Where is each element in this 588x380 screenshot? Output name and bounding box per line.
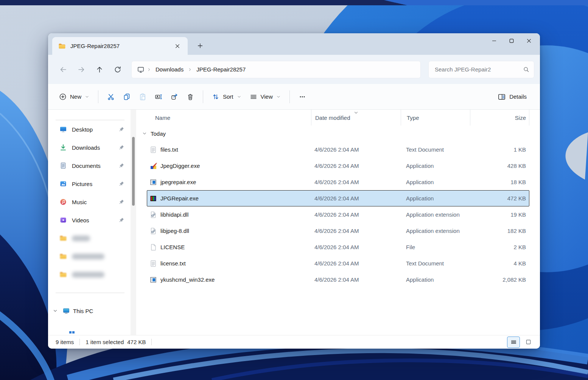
sidebar-item-this-pc[interactable]: This PC <box>48 302 131 320</box>
group-header-today[interactable]: Today <box>136 126 529 141</box>
file-date: 4/6/2026 2:04 AM <box>311 191 400 206</box>
pin-icon <box>118 181 124 187</box>
status-separator <box>79 339 80 345</box>
sidebar-scrollbar[interactable] <box>131 110 136 335</box>
sidebar-item-redacted-folder[interactable] <box>48 265 131 284</box>
details-label: Details <box>509 93 527 100</box>
file-row-jpegrepair-exe[interactable]: jpegrepair.exe 4/6/2026 2:04 AM Applicat… <box>147 174 529 190</box>
back-button[interactable] <box>56 62 71 77</box>
sidebar-item-redacted-folder[interactable] <box>48 247 131 265</box>
tab-jpeg-repair28257[interactable]: JPEG-Repair28257 <box>52 37 188 55</box>
sidebar-item-downloads[interactable]: Downloads <box>48 138 131 157</box>
text-file-icon <box>149 146 157 154</box>
file-name: JPGRepair.exe <box>160 195 199 202</box>
dll-file-icon <box>149 211 157 219</box>
copy-button[interactable] <box>119 90 135 104</box>
close-icon <box>175 44 180 48</box>
view-label: View <box>261 93 273 100</box>
downloads-icon <box>59 144 67 151</box>
details-pane-button[interactable]: Details <box>493 89 531 104</box>
file-date: 4/6/2026 2:04 AM <box>311 207 400 222</box>
breadcrumb: Downloads JPEG-Repair28257 <box>131 61 421 78</box>
paste-button-disabled[interactable] <box>135 90 151 104</box>
main-area: Desktop Downloads Documents Pictures <box>48 110 540 335</box>
column-header-date-modified[interactable]: Date modified <box>311 110 401 126</box>
chevron-down-icon[interactable] <box>53 308 58 313</box>
new-button[interactable]: New <box>55 90 93 104</box>
breadcrumb-current-folder[interactable]: JPEG-Repair28257 <box>193 64 249 74</box>
sidebar-item-pictures[interactable]: Pictures <box>48 175 131 193</box>
sidebar-item-label: This PC <box>73 308 124 314</box>
sidebar-item-label: Pictures <box>72 181 113 187</box>
file-row-jpegdigger-exe[interactable]: JpegDigger.exe 4/6/2026 2:04 AM Applicat… <box>147 158 529 174</box>
maximize-icon <box>509 39 514 43</box>
file-row-license[interactable]: LICENSE 4/6/2026 2:04 AM File 2 KB <box>147 239 529 255</box>
sort-button[interactable]: Sort <box>208 90 246 104</box>
file-name: libhidapi.dll <box>160 211 188 218</box>
file-row-libjpeg-8-dll[interactable]: libjpeg-8.dll 4/6/2026 2:04 AM Applicati… <box>147 223 529 239</box>
this-pc-icon <box>62 307 70 315</box>
column-header-type[interactable]: Type <box>401 110 470 126</box>
copy-icon <box>123 93 131 101</box>
file-type: Application <box>400 174 470 190</box>
tab-bar: JPEG-Repair28257 <box>48 33 540 55</box>
new-tab-button[interactable] <box>194 40 206 52</box>
close-button[interactable] <box>520 33 538 48</box>
sidebar-item-documents[interactable]: Documents <box>48 157 131 175</box>
file-row-jpgrepair-exe-selected[interactable]: JPGRepair.exe 4/6/2026 2:04 AM Applicati… <box>147 190 529 206</box>
search-icon[interactable] <box>523 66 529 73</box>
large-icons-view-toggle[interactable] <box>522 337 535 348</box>
pin-icon <box>118 126 124 133</box>
circled-plus-icon <box>59 93 67 101</box>
file-type: Application extension <box>400 223 470 239</box>
file-list-area: Name Date modified Type Size Today files… <box>136 110 540 335</box>
minimize-button[interactable] <box>485 33 503 48</box>
refresh-icon <box>114 66 121 73</box>
delete-button[interactable] <box>182 90 198 104</box>
tab-close-button[interactable] <box>172 40 183 52</box>
sidebar-divider <box>56 293 124 293</box>
view-button[interactable]: View <box>246 90 285 104</box>
breadcrumb-downloads[interactable]: Downloads <box>152 64 187 74</box>
sidebar-item-music[interactable]: Music <box>48 193 131 211</box>
sidebar-item-desktop[interactable]: Desktop <box>48 120 131 138</box>
forward-arrow-icon <box>78 66 85 73</box>
more-options-button[interactable] <box>294 90 310 104</box>
folder-icon <box>59 271 67 278</box>
column-header-size[interactable]: Size <box>470 110 529 126</box>
search-input[interactable] <box>435 66 523 73</box>
scrollbar-thumb[interactable] <box>132 137 135 206</box>
file-row-ykushcmd-win32-exe[interactable]: ykushcmd_win32.exe 4/6/2026 2:04 AM Appl… <box>147 271 529 288</box>
sort-label: Sort <box>223 93 233 100</box>
details-view-toggle[interactable] <box>507 337 520 348</box>
cut-button[interactable] <box>103 90 119 104</box>
file-size: 428 KB <box>470 158 529 174</box>
file-explorer-window: JPEG-Repair28257 Downl <box>48 33 540 349</box>
toolbar-separator <box>203 90 203 103</box>
forward-button[interactable] <box>74 62 89 77</box>
sidebar-item-redacted-folder[interactable] <box>48 229 131 247</box>
maximize-button[interactable] <box>503 33 520 48</box>
sidebar-item-label: Downloads <box>72 144 113 151</box>
file-size: 2,082 KB <box>470 272 529 287</box>
sidebar-item-videos[interactable]: Videos <box>48 211 131 229</box>
pin-icon <box>118 217 124 223</box>
file-name: license.txt <box>160 260 186 267</box>
folder-icon <box>59 253 67 260</box>
jpegdigger-app-icon <box>149 162 157 170</box>
chevron-down-icon <box>237 95 241 99</box>
refresh-button[interactable] <box>110 62 125 77</box>
folder-icon <box>59 234 67 242</box>
dll-file-icon <box>149 227 157 235</box>
up-button[interactable] <box>92 62 107 77</box>
window-controls <box>485 33 538 51</box>
cut-scissors-icon <box>107 93 115 101</box>
file-row-files-txt[interactable]: files.txt 4/6/2026 2:04 AM Text Document… <box>147 141 529 158</box>
file-row-libhidapi-dll[interactable]: libhidapi.dll 4/6/2026 2:04 AM Applicati… <box>147 206 529 223</box>
this-pc-monitor-icon[interactable] <box>137 66 145 73</box>
column-header-name[interactable]: Name <box>136 110 311 126</box>
file-row-license-txt[interactable]: license.txt 4/6/2026 2:04 AM Text Docume… <box>147 255 529 271</box>
trash-icon <box>187 93 194 101</box>
share-button[interactable] <box>166 90 182 104</box>
rename-button[interactable] <box>151 90 166 104</box>
